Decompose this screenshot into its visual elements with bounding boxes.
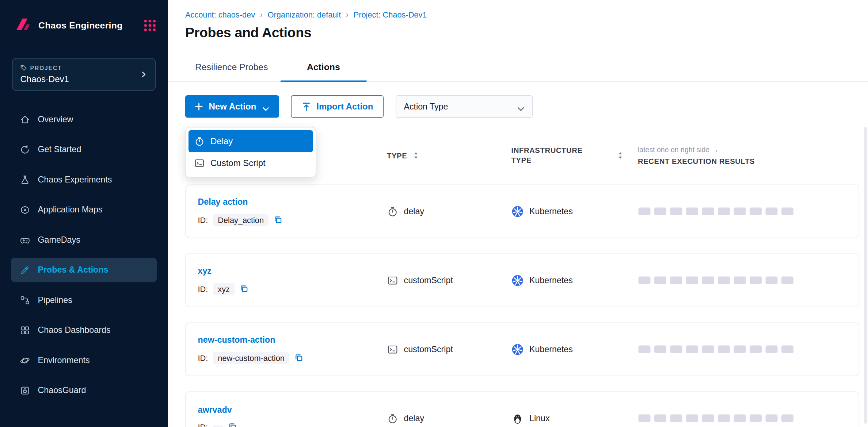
project-info: PROJECT Chaos-Dev1	[20, 65, 140, 84]
planet-icon	[20, 355, 30, 366]
execution-result-pill	[639, 208, 651, 215]
execution-result-pill	[686, 208, 698, 215]
sidebar-item-environments[interactable]: Environments	[11, 348, 157, 372]
breadcrumb-project-link[interactable]: Project: Chaos-Dev1	[354, 10, 427, 19]
sidebar-item-label: Probes & Actions	[38, 265, 108, 275]
execution-result-pill	[670, 346, 682, 353]
sidebar-item-label: Overview	[38, 115, 73, 124]
recent-execution-results	[639, 208, 847, 215]
action-name-link[interactable]: Delay action	[198, 197, 388, 207]
name-cell: new-custom-action ID: new-custom-action	[198, 335, 388, 364]
chaos-engineering-logo-icon	[12, 16, 32, 34]
copy-icon[interactable]	[228, 422, 237, 427]
name-cell: awrvadv ID:	[198, 405, 388, 427]
vertical-scrollbar[interactable]	[864, 127, 867, 424]
execution-result-pill	[734, 415, 746, 422]
restart-circle-icon	[20, 144, 30, 155]
execution-result-pill	[718, 415, 730, 422]
project-selector[interactable]: PROJECT Chaos-Dev1	[12, 58, 156, 91]
terminal-icon	[195, 158, 205, 168]
sidebar-item-label: Get Started	[38, 145, 81, 154]
execution-result-pill	[639, 277, 651, 284]
chevron-down-icon	[262, 104, 269, 109]
game-controller-icon	[20, 235, 30, 245]
module-grid-icon[interactable]	[144, 19, 156, 31]
action-id-chip: new-custom-action	[213, 352, 290, 364]
action-type-value: customScript	[404, 276, 453, 285]
sidebar-item-chaosguard[interactable]: ChaosGuard	[11, 378, 157, 403]
recent-execution-results	[639, 415, 847, 422]
copy-icon[interactable]	[294, 353, 304, 363]
chevron-right-icon	[140, 71, 148, 78]
action-type-value: Action Type	[404, 101, 448, 111]
action-id-line: ID: Delay_action	[198, 214, 388, 226]
execution-result-pill	[670, 277, 682, 284]
breadcrumb-separator: ›	[260, 10, 263, 19]
sidebar-item-label: Chaos Dashboards	[38, 325, 111, 335]
sidebar-item-probes-actions[interactable]: Probes & Actions	[11, 258, 157, 282]
tab-resilience-probes[interactable]: Resilience Probes	[189, 54, 274, 82]
import-action-button[interactable]: Import Action	[291, 95, 384, 118]
sort-icon[interactable]	[412, 151, 419, 160]
sidebar-item-label: ChaosGuard	[38, 385, 86, 395]
execution-result-pill	[750, 346, 762, 353]
sidebar-item-application-maps[interactable]: Application Maps	[11, 198, 157, 222]
sidebar-item-chaos-dashboards[interactable]: Chaos Dashboards	[11, 318, 157, 342]
tag-icon	[20, 65, 27, 71]
id-label: ID:	[198, 422, 208, 427]
home-icon	[20, 114, 30, 125]
sidebar-item-label: Pipelines	[38, 295, 72, 305]
clock-delay-icon	[388, 206, 398, 217]
action-id-line: ID: xyz	[198, 283, 388, 295]
new-action-dropdown-menu: Delay Custom Script	[185, 127, 316, 177]
sidebar-item-overview[interactable]: Overview	[11, 107, 157, 131]
type-cell: delay	[388, 206, 512, 217]
toolbar: New Action Import Action Action Type	[185, 95, 868, 118]
type-cell: customScript	[388, 344, 512, 355]
linux-icon	[512, 412, 524, 424]
sidebar-item-chaos-experiments[interactable]: Chaos Experiments	[11, 168, 157, 192]
breadcrumb-account-link[interactable]: Account: chaos-dev	[185, 10, 255, 19]
new-action-button[interactable]: New Action	[185, 95, 279, 118]
sidebar-item-get-started[interactable]: Get Started	[11, 138, 157, 162]
sidebar-item-label: Environments	[38, 355, 90, 365]
menu-item-delay[interactable]: Delay	[189, 130, 313, 152]
tab-actions[interactable]: Actions	[281, 54, 366, 82]
action-name-link[interactable]: awrvadv	[198, 405, 388, 415]
clock-delay-icon	[388, 413, 398, 424]
breadcrumb: Account: chaos-dev › Organization: defau…	[168, 0, 868, 19]
action-type-select[interactable]: Action Type	[396, 95, 533, 118]
sort-icon[interactable]	[617, 151, 624, 160]
id-label: ID:	[198, 353, 208, 362]
lock-shield-icon	[20, 385, 30, 396]
sidebar-item-gamedays[interactable]: GameDays	[11, 228, 157, 252]
execution-result-pill	[702, 415, 714, 422]
name-cell: Delay action ID: Delay_action	[198, 197, 388, 226]
execution-result-pill	[670, 208, 682, 215]
execution-result-pill	[766, 277, 778, 284]
execution-result-pill	[702, 346, 714, 353]
action-name-link[interactable]: xyz	[198, 266, 388, 276]
plus-icon	[195, 103, 203, 110]
infrastructure-value: Kubernetes	[529, 207, 573, 216]
id-label: ID:	[198, 284, 208, 293]
sidebar-item-label: Chaos Experiments	[38, 175, 112, 185]
sidebar-item-label: GameDays	[38, 235, 80, 245]
table-row: new-custom-action ID: new-custom-action …	[185, 323, 859, 376]
table-row: Delay action ID: Delay_action delay Kube…	[185, 185, 859, 238]
execution-result-pill	[766, 208, 778, 215]
sidebar-item-pipelines[interactable]: Pipelines	[11, 288, 157, 312]
dashboard-grid-icon	[20, 325, 30, 335]
kubernetes-icon	[512, 274, 524, 286]
copy-icon[interactable]	[240, 284, 249, 294]
execution-result-pill	[686, 346, 698, 353]
breadcrumb-separator: ›	[346, 10, 349, 19]
copy-icon[interactable]	[274, 215, 283, 225]
breadcrumb-organization-link[interactable]: Organization: default	[268, 10, 341, 19]
execution-result-pill	[781, 346, 793, 353]
execution-result-pill	[654, 208, 666, 215]
infrastructure-header-label: INFRASTRUCTURE TYPE	[511, 146, 588, 166]
menu-item-custom-script[interactable]: Custom Script	[189, 152, 313, 174]
action-name-link[interactable]: new-custom-action	[198, 335, 388, 345]
action-id-chip: Delay_action	[213, 214, 269, 226]
